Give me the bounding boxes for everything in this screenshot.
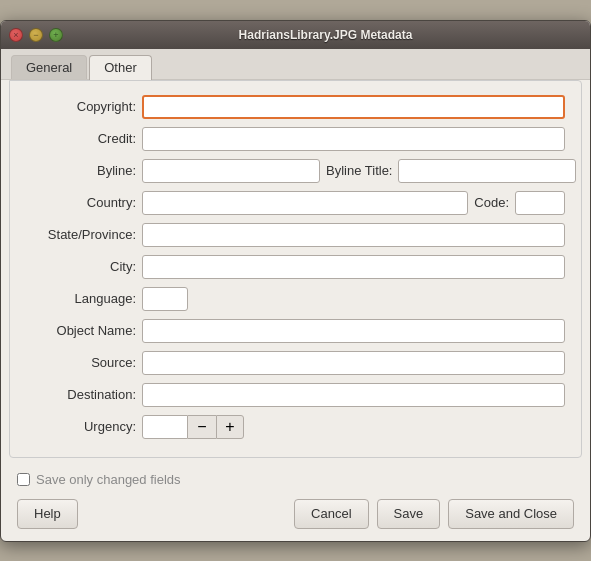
tab-other[interactable]: Other <box>89 55 152 80</box>
tabs-bar: General Other <box>1 49 590 80</box>
source-row: Source: <box>26 351 565 375</box>
checkbox-row: Save only changed fields <box>17 472 574 487</box>
form-content: Copyright: Credit: Byline: Byline Title:… <box>9 80 582 458</box>
titlebar: × − + HadriansLibrary.JPG Metadata <box>1 21 590 49</box>
destination-row: Destination: <box>26 383 565 407</box>
source-label: Source: <box>26 355 136 370</box>
credit-input[interactable] <box>142 127 565 151</box>
language-label: Language: <box>26 291 136 306</box>
objectname-row: Object Name: <box>26 319 565 343</box>
byline-label: Byline: <box>26 163 136 178</box>
urgency-plus-button[interactable]: + <box>216 415 244 439</box>
city-row: City: <box>26 255 565 279</box>
save-changed-checkbox[interactable] <box>17 473 30 486</box>
objectname-input[interactable] <box>142 319 565 343</box>
urgency-display <box>142 415 188 439</box>
stateprov-label: State/Province: <box>26 227 136 242</box>
code-label: Code: <box>474 195 509 210</box>
objectname-label: Object Name: <box>26 323 136 338</box>
main-window: × − + HadriansLibrary.JPG Metadata Gener… <box>0 20 591 542</box>
urgency-row: Urgency: − + <box>26 415 565 439</box>
language-row: Language: <box>26 287 565 311</box>
tab-general[interactable]: General <box>11 55 87 79</box>
country-label: Country: <box>26 195 136 210</box>
minimize-button[interactable]: − <box>29 28 43 42</box>
language-input[interactable] <box>142 287 188 311</box>
save-and-close-button[interactable]: Save and Close <box>448 499 574 529</box>
destination-input[interactable] <box>142 383 565 407</box>
byline-row: Byline: Byline Title: <box>26 159 565 183</box>
window-title: HadriansLibrary.JPG Metadata <box>69 28 582 42</box>
urgency-minus-button[interactable]: − <box>188 415 216 439</box>
code-input[interactable] <box>515 191 565 215</box>
destination-label: Destination: <box>26 387 136 402</box>
copyright-input[interactable] <box>142 95 565 119</box>
help-button[interactable]: Help <box>17 499 78 529</box>
urgency-spinner: − + <box>142 415 244 439</box>
city-label: City: <box>26 259 136 274</box>
credit-label: Credit: <box>26 131 136 146</box>
urgency-label: Urgency: <box>26 419 136 434</box>
credit-row: Credit: <box>26 127 565 151</box>
country-row: Country: Code: <box>26 191 565 215</box>
close-button[interactable]: × <box>9 28 23 42</box>
city-input[interactable] <box>142 255 565 279</box>
save-changed-label[interactable]: Save only changed fields <box>36 472 181 487</box>
byline-title-label: Byline Title: <box>326 163 392 178</box>
country-input[interactable] <box>142 191 468 215</box>
maximize-button[interactable]: + <box>49 28 63 42</box>
source-input[interactable] <box>142 351 565 375</box>
bottom-area: Save only changed fields Help Cancel Sav… <box>1 466 590 541</box>
stateprov-input[interactable] <box>142 223 565 247</box>
byline-input[interactable] <box>142 159 320 183</box>
cancel-button[interactable]: Cancel <box>294 499 368 529</box>
byline-title-input[interactable] <box>398 159 576 183</box>
copyright-label: Copyright: <box>26 99 136 114</box>
save-button[interactable]: Save <box>377 499 441 529</box>
copyright-row: Copyright: <box>26 95 565 119</box>
button-row: Help Cancel Save Save and Close <box>17 499 574 529</box>
stateprov-row: State/Province: <box>26 223 565 247</box>
